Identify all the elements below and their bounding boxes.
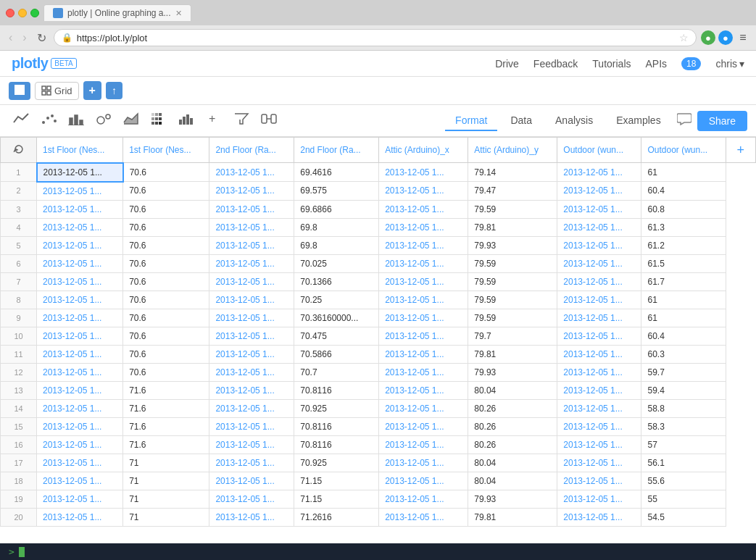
add-trace-button[interactable]: + (202, 109, 226, 132)
table-cell[interactable]: 61.5 (641, 254, 726, 272)
table-cell[interactable]: 70.925 (294, 399, 379, 417)
table-cell[interactable]: 2013-12-05 1... (557, 508, 641, 526)
table-cell[interactable]: 2013-12-05 1... (209, 254, 294, 272)
table-cell[interactable]: 2013-12-05 1... (37, 472, 123, 490)
table-cell[interactable]: 2013-12-05 1... (379, 490, 468, 508)
table-cell[interactable]: 69.4616 (294, 163, 379, 182)
tab-format[interactable]: Format (445, 111, 497, 131)
table-cell[interactable]: 70.6 (123, 291, 209, 309)
table-cell[interactable]: 2013-12-05 1... (37, 309, 123, 327)
table-cell[interactable]: 61.2 (641, 236, 726, 254)
table-cell[interactable]: 59.4 (641, 381, 726, 399)
table-cell[interactable]: 2013-12-05 1... (379, 399, 468, 417)
col-header-2[interactable]: 2nd Floor (Ra... (209, 138, 294, 163)
col-header-7[interactable]: Outdoor (wun... (641, 138, 726, 163)
grid-toggle[interactable]: Grid (35, 82, 79, 100)
table-cell[interactable]: 2013-12-05 1... (557, 327, 641, 345)
add-col-button[interactable]: + (83, 81, 101, 100)
table-cell[interactable]: 2013-12-05 1... (379, 291, 468, 309)
table-cell[interactable]: 2013-12-05 1... (209, 508, 294, 526)
table-cell[interactable]: 2013-12-05 1... (557, 218, 641, 236)
table-cell[interactable]: 71.15 (294, 490, 379, 508)
notifications-badge[interactable]: 18 (681, 57, 701, 70)
table-cell[interactable]: 2013-12-05 1... (37, 218, 123, 236)
table-cell[interactable]: 56.1 (641, 454, 726, 472)
table-cell[interactable]: 79.93 (468, 236, 557, 254)
workspace-button[interactable] (9, 82, 30, 100)
col-header-3[interactable]: 2nd Floor (Ra... (294, 138, 379, 163)
table-cell[interactable]: 79.47 (468, 182, 557, 201)
add-column-button[interactable]: + (726, 138, 755, 163)
table-cell[interactable]: 2013-12-05 1... (37, 254, 123, 272)
table-cell[interactable]: 2013-12-05 1... (209, 381, 294, 399)
table-cell[interactable]: 70.25 (294, 291, 379, 309)
table-cell[interactable]: 2013-12-05 1... (557, 363, 641, 381)
table-cell[interactable]: 2013-12-05 1... (209, 417, 294, 435)
table-cell[interactable]: 2013-12-05 1... (379, 236, 468, 254)
table-cell[interactable]: 2013-12-05 1... (209, 327, 294, 345)
table-cell[interactable]: 61 (641, 291, 726, 309)
table-cell[interactable]: 2013-12-05 1... (379, 381, 468, 399)
table-cell[interactable]: 2013-12-05 1... (37, 327, 123, 345)
table-cell[interactable]: 2013-12-05 1... (209, 309, 294, 327)
table-cell[interactable]: 2013-12-05 1... (37, 381, 123, 399)
table-cell[interactable]: 80.26 (468, 417, 557, 435)
table-cell[interactable]: 79.59 (468, 291, 557, 309)
table-cell[interactable]: 79.14 (468, 163, 557, 182)
table-cell[interactable]: 70.8116 (294, 381, 379, 399)
col-header-0[interactable]: 1st Floor (Nes... (37, 138, 123, 163)
table-cell[interactable]: 79.93 (468, 363, 557, 381)
table-cell[interactable]: 57 (641, 435, 726, 454)
col-header-6[interactable]: Outdoor (wun... (557, 138, 641, 163)
table-cell[interactable]: 2013-12-05 1... (379, 508, 468, 526)
scatter-chart-button[interactable] (36, 109, 61, 132)
table-cell[interactable]: 69.8 (294, 218, 379, 236)
table-cell[interactable]: 2013-12-05 1... (379, 454, 468, 472)
table-cell[interactable]: 2013-12-05 1... (557, 381, 641, 399)
table-cell[interactable]: 70.6 (123, 272, 209, 291)
table-cell[interactable]: 2013-12-05 1... (379, 363, 468, 381)
close-window-button[interactable] (6, 9, 14, 17)
table-cell[interactable]: 60.4 (641, 327, 726, 345)
table-cell[interactable]: 58.8 (641, 399, 726, 417)
table-cell[interactable]: 69.8 (294, 236, 379, 254)
table-cell[interactable]: 2013-12-05 1... (557, 399, 641, 417)
table-cell[interactable]: 2013-12-05 1... (379, 218, 468, 236)
reload-button[interactable]: ↻ (34, 30, 49, 46)
table-cell[interactable]: 2013-12-05 1... (557, 254, 641, 272)
table-cell[interactable]: 2013-12-05 1... (209, 399, 294, 417)
table-cell[interactable]: 2013-12-05 1... (37, 236, 123, 254)
table-cell[interactable]: 2013-12-05 1... (209, 272, 294, 291)
table-cell[interactable]: 59.7 (641, 363, 726, 381)
table-cell[interactable]: 2013-12-05 1... (37, 182, 123, 201)
table-cell[interactable]: 2013-12-05 1... (557, 309, 641, 327)
table-cell[interactable]: 55 (641, 490, 726, 508)
table-cell[interactable]: 60.4 (641, 182, 726, 201)
table-cell[interactable]: 80.26 (468, 435, 557, 454)
table-cell[interactable]: 2013-12-05 1... (37, 435, 123, 454)
table-cell[interactable]: 70.475 (294, 327, 379, 345)
table-cell[interactable]: 79.59 (468, 309, 557, 327)
table-cell[interactable]: 79.93 (468, 490, 557, 508)
table-cell[interactable]: 71.2616 (294, 508, 379, 526)
table-cell[interactable]: 2013-12-05 1... (379, 327, 468, 345)
table-cell[interactable]: 2013-12-05 1... (37, 163, 123, 182)
table-cell[interactable]: 70.6 (123, 182, 209, 201)
share-button[interactable]: Share (697, 111, 747, 131)
bubble-chart-button[interactable] (91, 109, 116, 132)
table-cell[interactable]: 61.3 (641, 218, 726, 236)
table-cell[interactable]: 70.6 (123, 327, 209, 345)
table-cell[interactable]: 79.59 (468, 272, 557, 291)
table-cell[interactable]: 2013-12-05 1... (557, 472, 641, 490)
table-cell[interactable]: 61 (641, 309, 726, 327)
table-cell[interactable]: 2013-12-05 1... (209, 435, 294, 454)
table-cell[interactable]: 79.59 (468, 200, 557, 218)
app-logo[interactable]: plotly (12, 55, 48, 72)
maximize-window-button[interactable] (30, 9, 39, 17)
table-cell[interactable]: 2013-12-05 1... (37, 490, 123, 508)
table-cell[interactable]: 69.6866 (294, 200, 379, 218)
table-cell[interactable]: 70.1366 (294, 272, 379, 291)
table-cell[interactable]: 70.925 (294, 454, 379, 472)
table-cell[interactable]: 71.6 (123, 435, 209, 454)
tab-close-button[interactable]: ✕ (175, 9, 182, 18)
